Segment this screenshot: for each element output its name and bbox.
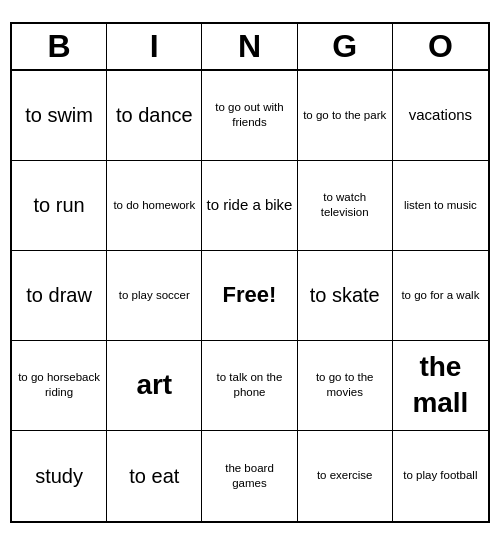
bingo-cell: to exercise <box>298 431 393 521</box>
bingo-cell: to do homework <box>107 161 202 251</box>
bingo-cell: to ride a bike <box>202 161 297 251</box>
bingo-cell: to draw <box>12 251 107 341</box>
bingo-cell: to go to the park <box>298 71 393 161</box>
bingo-cell: listen to music <box>393 161 488 251</box>
bingo-cell: the mall <box>393 341 488 431</box>
bingo-cell: Free! <box>202 251 297 341</box>
bingo-cell: to go horseback riding <box>12 341 107 431</box>
bingo-cell: to go out with friends <box>202 71 297 161</box>
bingo-cell: vacations <box>393 71 488 161</box>
bingo-cell: to go to the movies <box>298 341 393 431</box>
bingo-cell: to skate <box>298 251 393 341</box>
header-letter: G <box>298 24 393 69</box>
bingo-cell: to run <box>12 161 107 251</box>
bingo-header: BINGO <box>12 24 488 71</box>
header-letter: N <box>202 24 297 69</box>
header-letter: O <box>393 24 488 69</box>
bingo-cell: study <box>12 431 107 521</box>
bingo-cell: the board games <box>202 431 297 521</box>
header-letter: B <box>12 24 107 69</box>
bingo-card: BINGO to swimto danceto go out with frie… <box>10 22 490 523</box>
bingo-cell: to watch television <box>298 161 393 251</box>
bingo-cell: to eat <box>107 431 202 521</box>
bingo-cell: to play soccer <box>107 251 202 341</box>
header-letter: I <box>107 24 202 69</box>
bingo-cell: to swim <box>12 71 107 161</box>
bingo-cell: to go for a walk <box>393 251 488 341</box>
bingo-cell: to talk on the phone <box>202 341 297 431</box>
bingo-cell: to dance <box>107 71 202 161</box>
bingo-cell: art <box>107 341 202 431</box>
bingo-cell: to play football <box>393 431 488 521</box>
bingo-grid: to swimto danceto go out with friendsto … <box>12 71 488 521</box>
